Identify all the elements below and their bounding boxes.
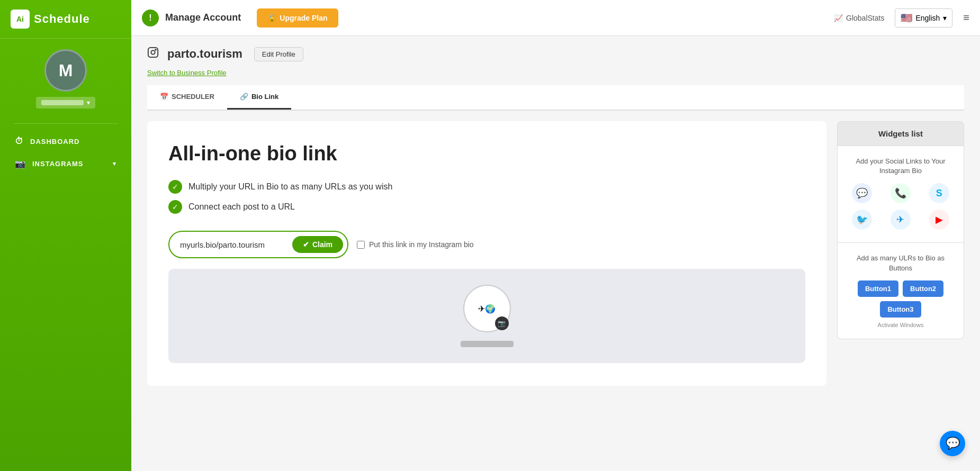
sidebar-item-instagrams[interactable]: 📷 INSTAGRAMS ▾ [0, 152, 131, 175]
upgrade-plan-button[interactable]: 🔒 Upgrade Plan [257, 8, 338, 28]
switch-to-business-link[interactable]: Switch to Business Profile [147, 69, 964, 77]
preview-avatar-wrap: ✈🌍 📷 [463, 285, 511, 332]
top-header: ! Manage Account 🔒 Upgrade Plan 📈 Global… [131, 0, 980, 36]
claim-check-icon: ✔ [303, 240, 309, 249]
logo-text: Schedule [34, 12, 90, 26]
preview-name-bar [461, 341, 514, 347]
instagram-profile-icon [147, 47, 159, 61]
whatsapp-icon[interactable]: 📞 [891, 183, 911, 203]
tab-biolink-label: Bio Link [251, 93, 278, 101]
social-icons-grid: 💬 📞 S 🐦 ✈ ▶ [846, 183, 955, 230]
upgrade-label: Upgrade Plan [280, 14, 327, 22]
youtube-icon[interactable]: ▶ [929, 210, 949, 230]
calendar-icon: 📅 [160, 93, 168, 101]
manage-account-icon[interactable]: ! [142, 10, 159, 26]
widget-button-1[interactable]: Button1 [858, 280, 898, 297]
social-links-widget-card: Add your Social Links to Your Instagram … [837, 146, 964, 243]
svg-rect-0 [148, 48, 158, 57]
edit-profile-button[interactable]: Edit Profile [254, 47, 303, 61]
instagram-icon: 📷 [15, 159, 26, 169]
preview-box: ✈🌍 📷 [168, 269, 805, 363]
buttons-widget-card: Add as many ULRs to Bio as Buttons Butto… [837, 243, 964, 339]
url-claim-row: ✔ Claim Put this link in my Instagram bi… [168, 231, 805, 258]
bio-link-title: All-in-one bio link [168, 142, 805, 165]
link-icon: 🔗 [240, 93, 248, 101]
feature-item-2: ✓ Connect each post to a URL [168, 200, 805, 214]
global-stats-label: GlobalStats [846, 14, 884, 22]
bio-link-main: All-in-one bio link ✓ Multiply your URL … [147, 121, 826, 386]
widgets-list-header: Widgets list [837, 121, 964, 146]
sidebar-item-label-instagrams: INSTAGRAMS [32, 160, 83, 168]
account-name-dropdown[interactable]: ▾ [36, 97, 95, 108]
page-content: parto.tourism Edit Profile Switch to Bus… [131, 36, 980, 471]
preview-camera-icon[interactable]: 📷 [495, 316, 509, 330]
widget-button-2[interactable]: Button2 [903, 280, 943, 297]
profile-username: parto.tourism [167, 47, 242, 61]
instagram-bio-checkbox[interactable] [357, 241, 365, 249]
chart-icon: 📈 [834, 14, 843, 22]
instagram-bio-checkbox-row: Put this link in my Instagram bio [357, 240, 474, 249]
feature-list: ✓ Multiply your URL in Bio to as many UR… [168, 180, 805, 214]
claim-label: Claim [312, 240, 332, 249]
buttons-widget-title: Add as many ULRs to Bio as Buttons [846, 253, 955, 273]
flag-icon: 🇺🇸 [901, 12, 912, 24]
sidebar-item-label-dashboard: DASHBOARD [30, 138, 80, 146]
feature-text-2: Connect each post to a URL [188, 202, 295, 212]
feature-item-1: ✓ Multiply your URL in Bio to as many UR… [168, 180, 805, 194]
sidebar-logo: Ai Schedule [0, 0, 131, 39]
widget-button-3[interactable]: Button3 [880, 301, 921, 318]
language-selector[interactable]: 🇺🇸 English ▾ [895, 8, 952, 28]
manage-account-label: Manage Account [165, 12, 241, 23]
sidebar-divider [13, 123, 118, 124]
account-name-bar [41, 100, 84, 105]
instagrams-chevron-icon: ▾ [113, 160, 116, 167]
check-icon-1: ✓ [168, 180, 182, 194]
hamburger-menu-icon[interactable]: ≡ [963, 12, 969, 24]
lock-icon: 🔒 [267, 14, 276, 22]
language-chevron-icon: ▾ [943, 14, 947, 22]
url-input-wrap: ✔ Claim [168, 231, 348, 258]
messenger-icon[interactable]: 💬 [852, 183, 872, 203]
logo-icon: Ai [11, 10, 30, 29]
avatar: M [44, 49, 87, 92]
activate-windows-text: Activate Windows [846, 322, 955, 328]
sidebar: Ai Schedule M ▾ ⏱ DASHBOARD 📷 INSTAGRAMS… [0, 0, 131, 471]
social-links-widget-title: Add your Social Links to Your Instagram … [846, 157, 955, 176]
svg-point-2 [155, 49, 156, 50]
dashboard-icon: ⏱ [15, 137, 24, 146]
telegram-icon[interactable]: ✈ [891, 210, 911, 230]
svg-point-1 [151, 50, 155, 54]
tab-scheduler-label: SCHEDULER [172, 93, 214, 101]
sidebar-item-dashboard[interactable]: ⏱ DASHBOARD [0, 130, 131, 152]
twitter-icon[interactable]: 🐦 [852, 210, 872, 230]
url-input[interactable] [180, 240, 288, 249]
main-content: ! Manage Account 🔒 Upgrade Plan 📈 Global… [131, 0, 980, 471]
preview-avatar-img: ✈🌍 [478, 304, 496, 314]
widgets-sidebar: Widgets list Add your Social Links to Yo… [837, 121, 964, 386]
skype-icon[interactable]: S [929, 183, 949, 203]
avatar-section: M ▾ [36, 49, 95, 108]
chevron-down-icon: ▾ [87, 99, 90, 106]
tabs-container: 📅 SCHEDULER 🔗 Bio Link [147, 85, 964, 111]
language-label: English [915, 14, 940, 22]
claim-button[interactable]: ✔ Claim [292, 236, 343, 253]
global-stats-link[interactable]: 📈 GlobalStats [834, 14, 884, 22]
tab-scheduler[interactable]: 📅 SCHEDULER [147, 85, 227, 110]
check-icon-2: ✓ [168, 200, 182, 214]
widget-buttons-row: Button1 Button2 [846, 280, 955, 297]
sidebar-nav: ⏱ DASHBOARD 📷 INSTAGRAMS ▾ [0, 130, 131, 175]
content-area: All-in-one bio link ✓ Multiply your URL … [147, 121, 964, 386]
instagram-bio-checkbox-label: Put this link in my Instagram bio [369, 240, 474, 249]
profile-header: parto.tourism Edit Profile [147, 47, 964, 61]
tab-biolink[interactable]: 🔗 Bio Link [227, 85, 291, 110]
widget-buttons-row-2: Button3 [846, 301, 955, 318]
header-right: 📈 GlobalStats 🇺🇸 English ▾ ≡ [834, 8, 969, 28]
chat-bubble[interactable]: 💬 [940, 431, 965, 456]
feature-text-1: Multiply your URL in Bio to as many URLs… [188, 182, 392, 192]
